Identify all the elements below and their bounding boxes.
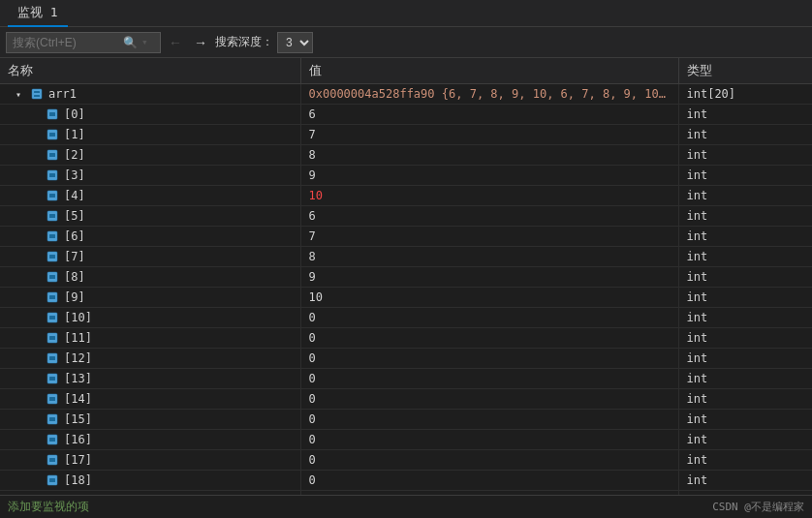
table-row[interactable]: [13]0int [0, 369, 812, 389]
cell-type: int [678, 308, 812, 328]
tab-bar: 监视 1 [0, 0, 812, 27]
cell-value: 6 [300, 105, 678, 125]
variable-name: [3] [64, 168, 85, 182]
svg-rect-0 [32, 89, 42, 99]
cell-name: [9] [0, 288, 300, 308]
table-row[interactable]: [11]0int [0, 328, 812, 349]
table-row[interactable]: [15]0int [0, 410, 812, 430]
table-row[interactable]: [18]0int [0, 471, 812, 491]
table-row[interactable]: [17]0int [0, 450, 812, 471]
cell-name: [5] [0, 206, 300, 227]
svg-rect-16 [49, 234, 55, 238]
table-row[interactable]: [3]9int [0, 166, 812, 186]
cell-name: [7] [0, 247, 300, 267]
svg-rect-30 [49, 377, 55, 381]
element-icon [47, 392, 60, 406]
col-header-name: 名称 [0, 58, 300, 84]
svg-rect-28 [49, 356, 55, 360]
cell-type: int [678, 430, 812, 450]
cell-name: [4] [0, 186, 300, 206]
element-icon [47, 128, 60, 141]
cell-name: [17] [0, 450, 300, 471]
cell-type: int [678, 471, 812, 491]
table-row[interactable]: [6]7int [0, 227, 812, 247]
col-header-type: 类型 [678, 58, 812, 84]
cell-name: [12] [0, 349, 300, 369]
cell-value: 0 [300, 471, 678, 491]
nav-back-button[interactable]: ← [165, 34, 186, 51]
table-row[interactable]: [16]0int [0, 430, 812, 450]
cell-name: [0] [0, 105, 300, 125]
variable-name: [4] [64, 189, 85, 202]
depth-label: 搜索深度： [215, 34, 273, 50]
search-dropdown-icon[interactable]: ▾ [141, 36, 148, 48]
cell-name: [2] [0, 145, 300, 166]
element-icon [47, 250, 60, 263]
cell-type: int [678, 369, 812, 389]
table-row[interactable]: [5]6int [0, 206, 812, 227]
cell-type: int [678, 288, 812, 308]
array-icon [31, 87, 45, 101]
table-row[interactable]: [4]10int [0, 186, 812, 206]
cell-value: 7 [300, 227, 678, 247]
element-icon [47, 107, 60, 121]
cell-name: [10] [0, 308, 300, 328]
table-row[interactable]: ▾ arr10x0000004a528ffa90 {6, 7, 8, 9, 10… [0, 84, 812, 105]
cell-value: 0 [300, 430, 678, 450]
watch-table: 名称 值 类型 ▾ arr10x0000004a528ffa90 {6, 7, … [0, 58, 812, 495]
svg-rect-4 [49, 112, 55, 116]
table-row[interactable]: [8]9int [0, 267, 812, 288]
table-row[interactable]: [1]7int [0, 125, 812, 145]
variable-name: [15] [64, 412, 92, 426]
svg-rect-20 [49, 275, 55, 279]
cell-value: 7 [300, 125, 678, 145]
cell-name: [8] [0, 267, 300, 288]
table-row[interactable]: [12]0int [0, 349, 812, 369]
svg-rect-2 [34, 95, 40, 97]
cell-value: 0 [300, 389, 678, 410]
element-icon [47, 351, 60, 365]
nav-forward-button[interactable]: → [190, 34, 211, 51]
variable-name: arr1 [48, 87, 77, 101]
svg-rect-10 [49, 173, 55, 177]
variable-name: [14] [64, 392, 92, 406]
svg-rect-36 [49, 438, 55, 442]
element-icon [47, 473, 60, 487]
element-icon [47, 189, 60, 202]
element-icon [47, 209, 60, 223]
element-icon [47, 331, 60, 345]
watch-tab[interactable]: 监视 1 [8, 0, 68, 27]
table-row[interactable]: [9]10int [0, 288, 812, 308]
variable-name: [19] [64, 494, 92, 495]
search-icon[interactable]: 🔍 [123, 36, 138, 49]
cell-type: int [678, 227, 812, 247]
element-icon [47, 433, 60, 446]
table-row[interactable]: [2]8int [0, 145, 812, 166]
variable-name: [2] [64, 148, 85, 162]
element-icon [47, 494, 60, 495]
table-row[interactable]: [0]6int [0, 105, 812, 125]
table-row[interactable]: [7]8int [0, 247, 812, 267]
cell-type: int [678, 328, 812, 349]
element-icon [47, 372, 60, 385]
element-icon [47, 311, 60, 324]
cell-value: 6 [300, 206, 678, 227]
cell-type: int [678, 105, 812, 125]
cell-name: [16] [0, 430, 300, 450]
table-row[interactable]: [10]0int [0, 308, 812, 328]
variable-name: [16] [64, 433, 92, 446]
expand-arrow-icon[interactable]: ▾ [16, 89, 27, 100]
cell-value: 9 [300, 267, 678, 288]
variable-name: [8] [64, 270, 85, 284]
cell-value: 10 [300, 186, 678, 206]
variable-name: [9] [64, 290, 85, 304]
search-input[interactable] [13, 36, 119, 49]
cell-type: int [678, 186, 812, 206]
add-watch-label[interactable]: 添加要监视的项 [8, 499, 89, 515]
svg-rect-1 [34, 91, 40, 93]
depth-select[interactable]: 1 2 3 4 5 [277, 32, 313, 53]
cell-type: int [678, 389, 812, 410]
table-row[interactable]: [14]0int [0, 389, 812, 410]
variable-name: [12] [64, 351, 92, 365]
svg-rect-12 [49, 194, 55, 198]
